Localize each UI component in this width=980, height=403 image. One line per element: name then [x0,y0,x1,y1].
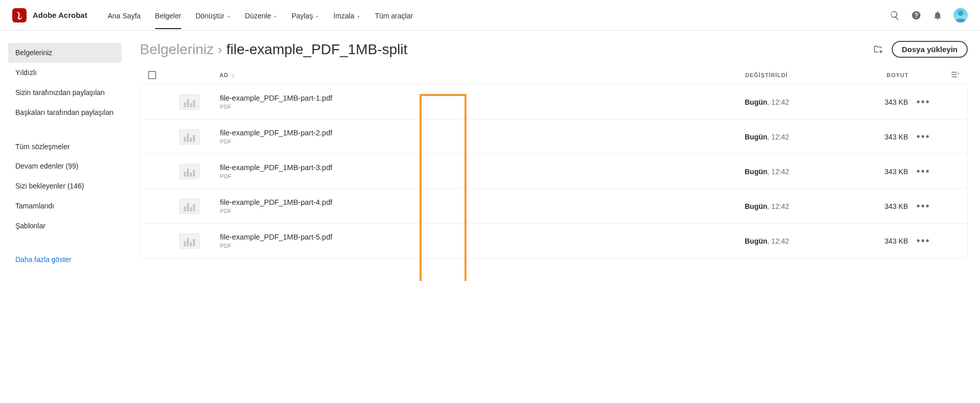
file-size: 343 KB [847,168,908,176]
chevron-down-icon: ⌄ [315,13,319,18]
nav-item-ana-sayfa[interactable]: Ana Sayfa [108,2,141,29]
upload-button[interactable]: Dosya yükleyin [892,41,968,58]
file-modified: Bugün, 12:42 [745,98,847,106]
nav-item-label: Belgeler [155,12,181,20]
file-name: file-example_PDF_1MB-part-2.pdf [220,129,332,137]
column-header-modified[interactable]: DEĞİŞTİRİLDİ [745,72,847,78]
file-size: 343 KB [847,237,908,245]
more-actions-icon[interactable]: ••• [916,235,930,246]
topbar-right [889,8,968,22]
chevron-down-icon: ⌄ [273,13,277,18]
more-actions-icon[interactable]: ••• [916,200,930,211]
help-icon[interactable] [911,10,922,21]
app-name: Adobe Acrobat [33,11,87,19]
file-modified: Bugün, 12:42 [745,133,847,141]
more-actions-icon[interactable]: ••• [916,131,930,142]
breadcrumb-separator: › [218,42,223,58]
bell-icon[interactable] [932,10,943,21]
file-type: PDF [220,138,332,145]
column-header-size[interactable]: BOYUT [847,72,909,78]
table-row[interactable]: file-example_PDF_1MB-part-2.pdfPDFBugün,… [140,120,967,154]
table-row[interactable]: file-example_PDF_1MB-part-1.pdfPDFBugün,… [140,85,967,120]
page-head: Belgeleriniz › file-example_PDF_1MB-spli… [140,41,968,58]
chevron-down-icon: ⌄ [227,13,231,18]
sidebar-item[interactable]: Şablonlar [8,216,121,236]
sidebar-group-2: Tüm sözleşmelerDevam edenler (99)Sizi be… [8,137,121,236]
more-actions-icon[interactable]: ••• [916,96,930,107]
table-header: AD ↓ DEĞİŞTİRİLDİ BOYUT [140,66,968,84]
file-name: file-example_PDF_1MB-part-5.pdf [220,233,332,241]
shell: BelgelerinizYıldızlıSizin tarafınızdan p… [0,31,980,281]
breadcrumb: Belgeleriniz › file-example_PDF_1MB-spli… [140,41,407,58]
file-size: 343 KB [847,202,908,210]
nav-item-belgeler[interactable]: Belgeler [155,2,181,29]
file-type: PDF [220,208,332,214]
file-name: file-example_PDF_1MB-part-1.pdf [220,94,332,102]
new-folder-icon[interactable] [872,44,884,55]
column-header-name-label: AD [219,72,229,78]
nav-item-düzenle[interactable]: Düzenle⌄ [245,2,277,29]
pdf-thumbnail-icon [179,164,200,179]
sidebar-item[interactable]: Tamamlandı [8,196,121,216]
view-toggle[interactable] [939,70,960,80]
nav-item-paylaş[interactable]: Paylaş⌄ [291,2,319,29]
file-modified: Bugün, 12:42 [745,168,847,176]
file-size: 343 KB [847,98,908,106]
breadcrumb-current: file-example_PDF_1MB-split [226,41,407,58]
file-modified: Bugün, 12:42 [745,202,847,210]
nav-item-dönüştür[interactable]: Dönüştür⌄ [195,2,231,29]
file-type: PDF [220,104,332,110]
sidebar: BelgelerinizYıldızlıSizin tarafınızdan p… [0,31,128,281]
sidebar-item[interactable]: Belgeleriniz [8,43,121,63]
sidebar-item[interactable]: Yıldızlı [8,63,121,83]
nav-item-label: Düzenle [245,12,271,20]
file-name: file-example_PDF_1MB-part-4.pdf [220,198,332,206]
table-row[interactable]: file-example_PDF_1MB-part-3.pdfPDFBugün,… [140,154,967,189]
nav-item-label: Dönüştür [195,12,225,20]
acrobat-logo-icon [12,8,27,22]
nav-item-label: Ana Sayfa [108,12,141,20]
page-head-actions: Dosya yükleyin [872,41,968,58]
search-icon[interactable] [889,10,900,21]
more-actions-icon[interactable]: ••• [916,165,930,177]
pdf-thumbnail-icon [179,233,200,249]
sidebar-group-1: BelgelerinizYıldızlıSizin tarafınızdan p… [8,43,121,123]
sort-arrow-down-icon: ↓ [232,72,235,79]
table-rows: file-example_PDF_1MB-part-1.pdfPDFBugün,… [140,84,968,258]
main: Belgeleriniz › file-example_PDF_1MB-spli… [128,31,980,281]
breadcrumb-root[interactable]: Belgeleriniz [140,41,214,58]
nav-item-tüm-araçlar[interactable]: Tüm araçlar [375,2,413,29]
nav-item-label: Paylaş [291,12,313,20]
nav-item-i̇mzala[interactable]: İmzala⌄ [333,2,360,29]
pdf-thumbnail-icon [179,129,200,145]
main-nav: Ana SayfaBelgelerDönüştür⌄Düzenle⌄Paylaş… [108,2,413,29]
pdf-thumbnail-icon [179,94,200,110]
chevron-down-icon: ⌄ [356,13,360,18]
file-type: PDF [220,243,332,249]
pdf-thumbnail-icon [179,199,200,214]
sidebar-item[interactable]: Tüm sözleşmeler [8,137,121,157]
table-row[interactable]: file-example_PDF_1MB-part-4.pdfPDFBugün,… [140,189,967,224]
file-type: PDF [220,173,332,179]
avatar[interactable] [953,8,968,22]
table-row[interactable]: file-example_PDF_1MB-part-5.pdfPDFBugün,… [140,224,967,258]
file-modified: Bugün, 12:42 [745,237,847,245]
sidebar-show-more[interactable]: Daha fazla göster [8,250,121,269]
sidebar-item[interactable]: Devam edenler (99) [8,156,121,176]
column-header-name[interactable]: AD ↓ [219,72,745,79]
select-all-checkbox[interactable] [148,71,179,79]
sidebar-item[interactable]: Sizin tarafınızdan paylaşılan [8,83,121,103]
sidebar-item[interactable]: Başkaları tarafından paylaşılan [8,103,121,123]
nav-item-label: Tüm araçlar [375,12,413,20]
file-size: 343 KB [847,133,908,141]
nav-item-label: İmzala [333,12,354,20]
sidebar-item[interactable]: Sizi bekleyenler (146) [8,176,121,196]
file-name: file-example_PDF_1MB-part-3.pdf [220,163,332,172]
topbar: Adobe Acrobat Ana SayfaBelgelerDönüştür⌄… [0,0,980,31]
